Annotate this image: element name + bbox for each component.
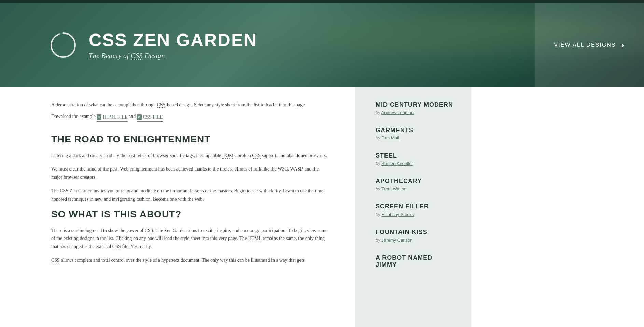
html-file-label: HTML FILE bbox=[103, 113, 127, 121]
css-abbr-p4: CSS bbox=[145, 228, 153, 233]
css-abbr-p4b: CSS bbox=[112, 244, 121, 249]
design-by-4: by Elliot Jay Stocks bbox=[376, 212, 454, 217]
header-title-group: CSS ZEN GARDEN The Beauty of CSS Design bbox=[89, 30, 257, 60]
view-all-button[interactable]: VIEW ALL DESIGNS › bbox=[535, 3, 644, 87]
design-by-1: by Dan Mall bbox=[376, 135, 454, 140]
header: CSS ZEN GARDEN The Beauty of CSS Design … bbox=[0, 3, 644, 87]
site-subtitle: The Beauty of CSS Design bbox=[89, 52, 257, 60]
by-word-0: by bbox=[376, 110, 380, 115]
design-item-6: A ROBOT NAMED JIMMY bbox=[376, 254, 454, 269]
design-item-5: FOUNTAIN KISS by Jeremy Carlson bbox=[376, 229, 454, 243]
design-by-2: by Steffen Knoeller bbox=[376, 161, 454, 166]
design-name-0[interactable]: MID CENTURY MODERN bbox=[376, 101, 454, 109]
design-name-1[interactable]: GARMENTS bbox=[376, 127, 454, 134]
design-author-5[interactable]: Jeremy Carlson bbox=[381, 237, 412, 243]
design-author-4[interactable]: Elliot Jay Stocks bbox=[381, 212, 414, 217]
design-item-4: SCREEN FILLER by Elliot Jay Stocks bbox=[376, 203, 454, 217]
by-word-2: by bbox=[376, 161, 380, 166]
design-name-6[interactable]: A ROBOT NAMED JIMMY bbox=[376, 254, 454, 269]
main-content: A demonstration of what can be accomplis… bbox=[0, 87, 355, 327]
design-by-0: by Andrew Lohman bbox=[376, 110, 454, 115]
paragraph-3: The CSS Zen Garden invites you to relax … bbox=[51, 187, 328, 203]
design-item-0: MID CENTURY MODERN by Andrew Lohman bbox=[376, 101, 454, 115]
design-by-5: by Jeremy Carlson bbox=[376, 237, 454, 243]
design-author-0[interactable]: Andrew Lohman bbox=[381, 110, 414, 115]
site-title: CSS ZEN GARDEN bbox=[89, 30, 257, 50]
paragraph-4: There is a continuing need to show the p… bbox=[51, 227, 328, 251]
chevron-right-icon: › bbox=[621, 40, 625, 50]
design-name-5[interactable]: FOUNTAIN KISS bbox=[376, 229, 454, 236]
design-author-3[interactable]: Trent Walton bbox=[381, 186, 406, 191]
design-author-1[interactable]: Dan Mall bbox=[381, 135, 399, 140]
w3c-link[interactable]: W3C bbox=[278, 166, 288, 172]
by-word-5: by bbox=[376, 237, 380, 243]
css-abbr: CSS bbox=[131, 52, 143, 60]
design-name-2[interactable]: STEEL bbox=[376, 152, 454, 160]
design-item-3: APOTHECARY by Trent Walton bbox=[376, 178, 454, 192]
html-file-icon: 🗎 bbox=[97, 114, 101, 120]
paragraph-1: Littering a dark and dreary road lay the… bbox=[51, 152, 328, 160]
css-abbr-p5: CSS bbox=[51, 258, 60, 263]
design-name-4[interactable]: SCREEN FILLER bbox=[376, 203, 454, 210]
by-word-1: by bbox=[376, 135, 380, 140]
intro-paragraph: A demonstration of what can be accomplis… bbox=[51, 101, 328, 109]
by-word-3: by bbox=[376, 186, 380, 191]
page-body: A demonstration of what can be accomplis… bbox=[0, 87, 644, 327]
paragraph-2: We must clear the mind of the past. Web … bbox=[51, 165, 328, 181]
css-file-link[interactable]: 🗎 CSS FILE bbox=[137, 113, 163, 121]
html-abbr-p4: HTML bbox=[248, 236, 261, 241]
wasp-link[interactable]: WASP bbox=[290, 166, 302, 172]
view-all-label: VIEW ALL DESIGNS bbox=[554, 42, 616, 48]
sidebar: MID CENTURY MODERN by Andrew Lohman GARM… bbox=[355, 87, 471, 327]
design-name-3[interactable]: APOTHECARY bbox=[376, 178, 454, 185]
by-word-4: by bbox=[376, 212, 380, 217]
section2-heading: SO WHAT IS THIS ABOUT? bbox=[51, 209, 328, 220]
paragraph-5: CSS allows complete and total control ov… bbox=[51, 256, 328, 264]
design-by-3: by Trent Walton bbox=[376, 186, 454, 191]
download-line: Download the example 🗎 HTML FILE and 🗎 C… bbox=[51, 113, 328, 121]
html-file-link[interactable]: 🗎 HTML FILE bbox=[97, 113, 127, 121]
design-author-2[interactable]: Steffen Knoeller bbox=[381, 161, 413, 166]
header-logo bbox=[48, 30, 79, 60]
dom-abbr: DOM bbox=[222, 153, 234, 159]
design-item-2: STEEL by Steffen Knoeller bbox=[376, 152, 454, 166]
css-abbr-p1: CSS bbox=[252, 153, 261, 159]
section1-heading: THE ROAD TO ENLIGHTENMENT bbox=[51, 134, 328, 145]
css-file-icon: 🗎 bbox=[137, 114, 142, 120]
top-bar bbox=[0, 0, 644, 3]
css-abbr-intro: CSS bbox=[157, 102, 165, 108]
css-file-label: CSS FILE bbox=[143, 113, 163, 121]
design-item-1: GARMENTS by Dan Mall bbox=[376, 127, 454, 141]
